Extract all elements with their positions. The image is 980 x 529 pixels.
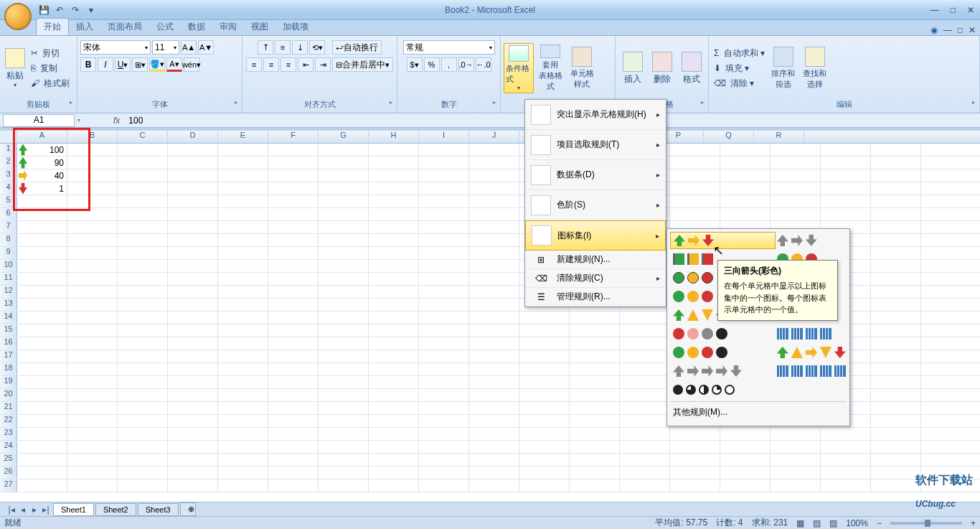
tab-view[interactable]: 视图	[244, 19, 275, 35]
office-button[interactable]	[4, 3, 32, 30]
menu-highlight-cells[interactable]: 突出显示单元格规则(H)▸	[525, 100, 666, 128]
tab-addin[interactable]: 加载项	[275, 19, 316, 35]
format-cell-icon	[682, 52, 702, 72]
align-bot-button[interactable]: ⤓	[292, 40, 308, 55]
quick-access-toolbar: 💾 ↶ ↷ ▾	[37, 4, 98, 17]
formula-input[interactable]: 100	[124, 116, 143, 126]
ribbon-close-icon[interactable]: ✕	[969, 25, 976, 35]
conditional-format-menu: 突出显示单元格规则(H)▸ 项目选取规则(T)▸ 数据条(D)▸ 色阶(S)▸ …	[524, 99, 666, 128]
italic-button[interactable]: I	[98, 57, 113, 72]
dec-decimal-button[interactable]: ←.0	[476, 57, 491, 72]
insert-cells-button[interactable]: 插入	[618, 43, 646, 93]
wrap-text-button[interactable]: ⮐ 自动换行	[332, 40, 382, 55]
delete-cells-button[interactable]: 删除	[648, 43, 676, 93]
group-number-label: 数字	[400, 99, 497, 111]
indent-inc-button[interactable]: ⇥	[315, 57, 331, 72]
shrink-font-button[interactable]: A▼	[198, 40, 214, 55]
phonetic-button[interactable]: wén▾	[184, 57, 199, 72]
title-bar: 💾 ↶ ↷ ▾ Book2 - Microsoft Excel — □ ✕	[0, 0, 980, 20]
paste-button[interactable]: 粘贴▾	[3, 43, 27, 93]
delete-cell-icon	[652, 52, 672, 72]
save-icon[interactable]: 💾	[37, 4, 50, 17]
group-clipboard-label: 剪贴板	[3, 99, 74, 111]
underline-button[interactable]: U▾	[115, 57, 131, 72]
paste-icon	[5, 48, 25, 68]
font-name-combo[interactable]: 宋体▾	[80, 40, 151, 55]
ribbon-minimize-icon[interactable]: —	[943, 25, 952, 35]
cut-button[interactable]: ✂ 剪切	[29, 47, 74, 60]
align-mid-button[interactable]: ≡	[275, 40, 291, 55]
find-select-button[interactable]: 查找和 选择	[800, 43, 830, 93]
help-icon[interactable]: ◉	[930, 25, 938, 35]
grow-font-button[interactable]: A▲	[181, 40, 197, 55]
find-icon	[805, 47, 825, 67]
tab-formula[interactable]: 公式	[149, 19, 181, 35]
qat-dropdown-icon[interactable]: ▾	[85, 4, 98, 17]
group-align-label: 对齐方式	[245, 99, 394, 111]
clear-button[interactable]: ⌫ 清除▾	[712, 77, 767, 90]
copy-button[interactable]: ⎘ 复制	[29, 62, 74, 75]
fill-color-button[interactable]: 🪣▾	[149, 57, 165, 72]
table-icon	[540, 45, 560, 58]
close-button[interactable]: ✕	[964, 5, 977, 15]
group-edit-label: 编辑	[712, 99, 976, 111]
number-format-combo[interactable]: 常规▾	[403, 40, 495, 55]
font-size-combo[interactable]: 11▾	[152, 40, 179, 55]
autosum-button[interactable]: Σ 自动求和▾	[712, 47, 767, 60]
fx-icon[interactable]: fx	[109, 116, 124, 126]
fill-button[interactable]: ⬇ 填充▾	[712, 62, 767, 75]
align-right-button[interactable]: ≡	[281, 57, 296, 72]
group-font-label: 字体	[80, 99, 239, 111]
sort-icon	[773, 47, 793, 67]
orientation-button[interactable]: ⟲▾	[309, 40, 325, 55]
bold-button[interactable]: B	[80, 57, 96, 72]
undo-icon[interactable]: ↶	[53, 4, 66, 17]
redo-icon[interactable]: ↷	[69, 4, 82, 17]
indent-dec-button[interactable]: ⇤	[298, 57, 314, 72]
name-box[interactable]: A1	[3, 114, 75, 127]
styles-icon	[572, 47, 592, 67]
tab-review[interactable]: 审阅	[212, 19, 244, 35]
maximize-button[interactable]: □	[948, 5, 958, 15]
format-as-table-button[interactable]: 套用 表格格式	[535, 43, 565, 93]
comma-button[interactable]: ,	[441, 57, 457, 72]
align-top-button[interactable]: ⤒	[258, 40, 273, 55]
align-center-button[interactable]: ≡	[263, 57, 279, 72]
merge-button[interactable]: ⊟ 合并后居中▾	[332, 57, 393, 72]
formula-bar: A1 ▾ fx 100	[0, 113, 980, 128]
tab-layout[interactable]: 页面布局	[100, 19, 149, 35]
sort-filter-button[interactable]: 排序和 筛选	[768, 43, 798, 93]
align-left-button[interactable]: ≡	[246, 57, 262, 72]
ribbon: 粘贴▾ ✂ 剪切 ⎘ 复制 🖌 格式刷 剪贴板 宋体▾ 11▾ A▲ A▼ B …	[0, 36, 980, 113]
border-button[interactable]: ⊞▾	[132, 57, 148, 72]
font-color-button[interactable]: A▾	[166, 57, 182, 72]
tab-home[interactable]: 开始	[36, 18, 69, 35]
minimize-button[interactable]: —	[928, 5, 942, 15]
cond-fmt-icon	[509, 45, 529, 62]
percent-button[interactable]: %	[424, 57, 440, 72]
insert-cell-icon	[623, 52, 643, 72]
ribbon-restore-icon[interactable]: □	[958, 25, 963, 35]
format-painter-button[interactable]: 🖌 格式刷	[29, 77, 74, 90]
cell-styles-button[interactable]: 单元格 样式	[567, 43, 597, 93]
ribbon-tabs: 开始 插入 页面布局 公式 数据 审阅 视图 加载项 ◉ — □ ✕	[0, 20, 980, 36]
tab-data[interactable]: 数据	[181, 19, 212, 35]
inc-decimal-button[interactable]: .0→	[458, 57, 474, 72]
conditional-format-button[interactable]: 条件格式▾	[504, 43, 534, 93]
window-title: Book2 - Microsoft Excel	[445, 5, 535, 15]
format-cells-button[interactable]: 格式	[677, 43, 705, 93]
currency-button[interactable]: $▾	[407, 57, 423, 72]
tab-insert[interactable]: 插入	[69, 19, 100, 35]
highlight-icon	[531, 105, 551, 125]
